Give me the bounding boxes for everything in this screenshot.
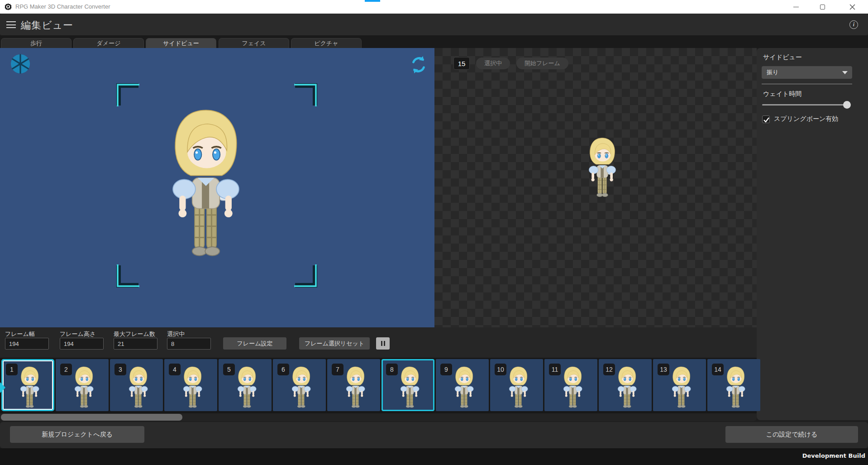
frame-number-badge: 14 (712, 364, 724, 375)
preview-frame-controls: 15 選択中 開始フレーム (453, 57, 568, 70)
check-icon (763, 116, 770, 123)
preview-frame-number: 15 (453, 57, 470, 70)
filmstrip: 1 2 3 4 5 6 7 8 (0, 358, 757, 413)
frame-character-thumbnail (667, 364, 695, 409)
max-frames-input[interactable] (114, 338, 157, 350)
selected-frame-input[interactable] (167, 338, 211, 350)
info-button[interactable]: i (849, 20, 858, 29)
frame-number-badge: 6 (277, 364, 289, 375)
divider (762, 84, 852, 84)
status-strip: Development Build (0, 448, 868, 465)
frame-reset-button[interactable]: フレーム選択リセット (299, 337, 370, 350)
pause-icon (381, 341, 382, 346)
capture-bracket-bottomleft (116, 264, 140, 288)
frame-number-badge: 9 (440, 364, 452, 375)
frame-number-badge: 12 (603, 364, 615, 375)
character-model[interactable] (156, 101, 256, 262)
springbone-checkbox-row[interactable]: スプリングボーン有効 (762, 115, 838, 123)
frame-set-button[interactable]: フレーム設定 (223, 337, 286, 350)
minimize-button[interactable] (786, 0, 806, 14)
frame-character-thumbnail (341, 364, 369, 409)
app-logo-icon (4, 3, 12, 11)
frame-character-thumbnail (15, 364, 43, 409)
capture-bracket-topleft (116, 83, 140, 107)
page-title: 編集ビュー (21, 19, 73, 32)
frame-character-thumbnail (396, 364, 424, 409)
tab-walk[interactable]: 歩行 (1, 38, 72, 48)
sprite-preview-area (434, 48, 757, 327)
frame-character-thumbnail (613, 364, 641, 409)
aperture-icon (10, 53, 31, 74)
frame-number-badge: 11 (549, 364, 561, 375)
back-to-project-button[interactable]: 新規プロジェクトへ戻る (10, 426, 144, 443)
frame-tile[interactable]: 13 (653, 359, 706, 411)
frame-number-badge: 7 (332, 364, 343, 375)
frame-tile[interactable]: 9 (436, 359, 489, 411)
tab-picture[interactable]: ピクチャ (291, 38, 362, 48)
continue-button[interactable]: この設定で続ける (725, 426, 858, 443)
rotate-view-icon[interactable] (409, 55, 428, 74)
frame-tile[interactable]: 5 (219, 359, 272, 411)
pause-icon (384, 341, 385, 346)
dev-build-label: Development Build (802, 452, 865, 459)
selected-frame-label: 選択中 (167, 330, 185, 338)
window-title: RPG Maker 3D Character Converter (15, 3, 110, 10)
frame-number-badge: 4 (169, 364, 181, 375)
frame-tile[interactable]: 12 (599, 359, 652, 411)
minimize-icon (793, 7, 799, 7)
max-frames-label: 最大フレーム数 (114, 330, 155, 338)
frame-tile[interactable]: 1 (1, 359, 54, 411)
frame-character-thumbnail (558, 364, 587, 409)
wait-time-label: ウェイト時間 (763, 90, 801, 98)
maximize-icon (820, 5, 825, 10)
maximize-button[interactable] (812, 0, 833, 14)
start-frame-toggle-button[interactable]: 開始フレーム (516, 58, 568, 69)
frame-width-label: フレーム幅 (5, 330, 35, 338)
frame-tile[interactable]: 11 (544, 359, 597, 411)
frame-height-label: フレーム高さ (60, 330, 95, 338)
frame-width-input[interactable] (5, 338, 49, 350)
frame-character-thumbnail (124, 364, 152, 409)
tab-bar: 歩行 ダメージ サイドビュー フェイス ピクチャ (0, 35, 868, 48)
frame-character-thumbnail (178, 364, 206, 409)
scrollbar-thumb[interactable] (1, 414, 182, 421)
frame-character-thumbnail (70, 364, 98, 409)
action-bar: 新規プロジェクトへ戻る この設定で続ける (0, 422, 868, 448)
slider-knob[interactable] (843, 101, 851, 109)
motion-dropdown[interactable]: 振り (762, 66, 852, 79)
capture-bracket-bottomright (293, 264, 318, 288)
tab-face[interactable]: フェイス (219, 38, 289, 48)
close-icon (849, 4, 855, 10)
frame-settings-bar: フレーム幅 フレーム高さ 最大フレーム数 選択中 フレーム設定 フレーム選択リセ… (0, 327, 757, 358)
menu-button[interactable] (6, 21, 16, 28)
pause-button[interactable] (376, 337, 390, 350)
frame-number-badge: 8 (386, 364, 398, 375)
selected-toggle-button[interactable]: 選択中 (476, 58, 510, 69)
frame-number-badge: 1 (6, 364, 18, 375)
frame-tile[interactable]: 8 (382, 359, 434, 411)
title-bar: RPG Maker 3D Character Converter (0, 0, 868, 14)
frame-character-thumbnail (721, 364, 749, 409)
panel-title: サイドビュー (763, 53, 802, 62)
frame-tile[interactable]: 14 (707, 359, 760, 411)
frame-tile[interactable]: 10 (490, 359, 543, 411)
slider-track (762, 104, 851, 105)
frame-height-input[interactable] (60, 338, 104, 350)
wait-time-slider[interactable] (762, 101, 851, 109)
frame-tile[interactable]: 2 (56, 359, 109, 411)
tab-sideview[interactable]: サイドビュー (146, 38, 216, 48)
motion-dropdown-value: 振り (767, 68, 778, 77)
frame-tile[interactable]: 6 (273, 359, 326, 411)
frame-character-thumbnail (233, 364, 261, 409)
close-button[interactable] (842, 0, 863, 14)
springbone-checkbox[interactable] (762, 115, 770, 123)
tab-damage[interactable]: ダメージ (73, 38, 144, 48)
frame-tile[interactable]: 7 (327, 359, 380, 411)
frame-tile[interactable]: 4 (164, 359, 217, 411)
frame-number-badge: 13 (658, 364, 669, 375)
sideview-settings-panel: サイドビュー 振り ウェイト時間 スプリングボーン有効 (757, 48, 868, 420)
frame-tile[interactable]: 3 (110, 359, 163, 411)
character-viewport[interactable] (0, 48, 434, 327)
filmstrip-scrollbar[interactable] (0, 413, 757, 421)
frame-number-badge: 10 (495, 364, 506, 375)
